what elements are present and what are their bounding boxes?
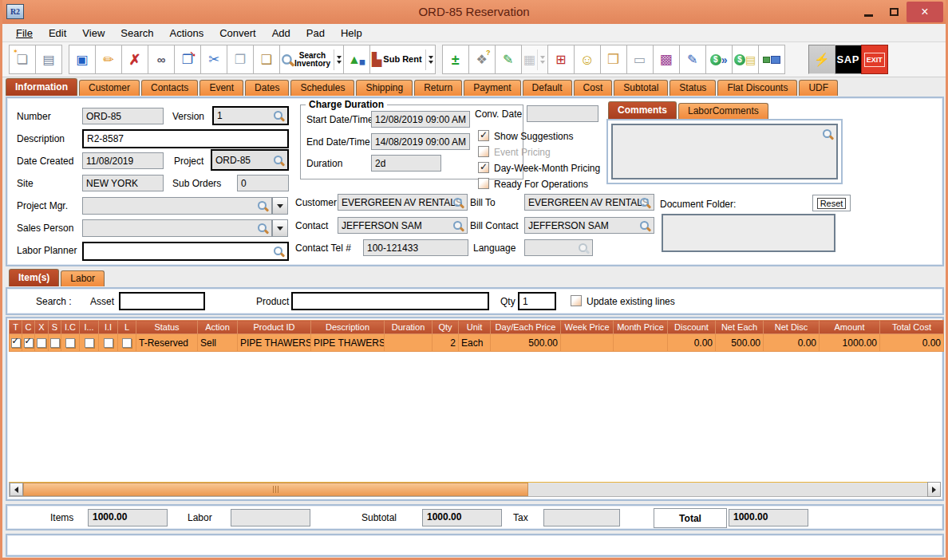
col-c[interactable]: C xyxy=(22,321,35,334)
add-line-button[interactable]: ± xyxy=(442,45,469,74)
grid-row[interactable]: T-Reserved Sell PIPE THAWERS PIPE THAWER… xyxy=(10,334,944,352)
scroll-right-button[interactable] xyxy=(927,482,941,497)
sales-person-field[interactable] xyxy=(82,219,272,237)
project-mgr-dropdown[interactable] xyxy=(272,197,288,215)
tab-items[interactable]: Item(s) xyxy=(9,269,59,286)
tab-event[interactable]: Event xyxy=(199,80,243,96)
tab-udf[interactable]: UDF xyxy=(799,80,838,96)
bill-contact-search-icon[interactable] xyxy=(639,220,650,231)
scroll-left-button[interactable] xyxy=(10,483,23,496)
col-x[interactable]: X xyxy=(35,321,49,334)
paste-button[interactable]: ❑ xyxy=(253,45,280,74)
row-check-l[interactable] xyxy=(122,338,132,348)
col-duration[interactable]: Duration xyxy=(385,321,433,334)
maximize-button[interactable] xyxy=(881,2,907,22)
col-net-each[interactable]: Net Each xyxy=(716,321,764,334)
total-button[interactable]: Total xyxy=(654,508,727,528)
col-unit[interactable]: Unit xyxy=(459,321,491,334)
scrollbar-thumb[interactable] xyxy=(23,483,528,496)
new-order-button[interactable]: ❏✶ xyxy=(9,45,36,74)
col-ii[interactable]: I.I xyxy=(99,321,118,334)
description-field[interactable] xyxy=(82,129,289,148)
comments-search-icon[interactable] xyxy=(822,128,833,140)
document-folder-button[interactable]: ❒ xyxy=(600,45,627,74)
comments-textarea[interactable] xyxy=(611,124,838,179)
version-field[interactable]: 1 xyxy=(212,106,289,125)
bill-contact-field[interactable]: JEFFERSON SAM xyxy=(524,217,654,234)
tab-information[interactable]: Information xyxy=(6,78,77,96)
col-s[interactable]: S xyxy=(49,321,61,334)
delete-button[interactable]: ✗ xyxy=(121,45,148,74)
search-inventory-dropdown[interactable] xyxy=(334,49,342,70)
col-qty[interactable]: Qty xyxy=(433,321,459,334)
project-search-icon[interactable] xyxy=(273,155,284,166)
row-check-x[interactable] xyxy=(37,338,46,348)
labor-planner-field[interactable] xyxy=(82,242,289,261)
col-status[interactable]: Status xyxy=(136,321,198,334)
sales-person-dropdown[interactable] xyxy=(272,219,288,237)
col-net-disc[interactable]: Net Disc xyxy=(764,321,820,334)
exit-button[interactable]: EXIT xyxy=(861,45,888,74)
menu-item-file[interactable]: File xyxy=(8,26,41,41)
col-total-cost[interactable]: Total Cost xyxy=(880,321,944,334)
sap-button[interactable]: SAP xyxy=(835,45,862,74)
sub-rent-dropdown[interactable] xyxy=(425,49,433,70)
copy-button[interactable]: ❐ xyxy=(227,45,254,74)
menu-item-convert[interactable]: Convert xyxy=(211,26,264,41)
cut-button[interactable]: ✂ xyxy=(200,45,227,74)
calendar-button[interactable]: ▦ xyxy=(521,45,548,74)
col-l[interactable]: L xyxy=(118,321,136,334)
delivery-button[interactable] xyxy=(758,45,785,74)
col-t[interactable]: T xyxy=(10,321,22,334)
col-day-each-price[interactable]: Day/Each Price xyxy=(491,321,561,334)
show-suggestions-checkbox[interactable] xyxy=(478,130,489,141)
ready-for-operations-checkbox[interactable] xyxy=(478,178,489,189)
bill-to-search-icon[interactable] xyxy=(639,197,650,208)
sales-person-search-icon[interactable] xyxy=(257,223,268,234)
col-month-price[interactable]: Month Price xyxy=(614,321,668,334)
shortcut-key-button[interactable]: ▭ xyxy=(626,45,654,74)
customer-field[interactable]: EVERGREEN AV RENTALS xyxy=(338,194,468,211)
print-button[interactable]: ▤ xyxy=(35,45,62,74)
col-i-dots[interactable]: I... xyxy=(80,321,99,334)
col-amount[interactable]: Amount xyxy=(820,321,880,334)
customer-service-button[interactable]: ☺ xyxy=(574,45,601,74)
tab-labor-comments[interactable]: LaborComments xyxy=(678,103,768,119)
tab-return[interactable]: Return xyxy=(414,80,462,96)
tab-customer[interactable]: Customer xyxy=(79,80,140,96)
edit-button[interactable]: ✏ xyxy=(95,45,122,74)
kit-button[interactable]: ❖? xyxy=(468,45,496,74)
tab-schedules[interactable]: Schedules xyxy=(290,80,354,96)
col-ic[interactable]: I.C xyxy=(61,321,80,334)
col-product-id[interactable]: Product ID xyxy=(238,321,311,334)
reset-button[interactable]: Reset xyxy=(812,195,851,211)
col-week-price[interactable]: Week Price xyxy=(561,321,614,334)
save-button[interactable]: ▣ xyxy=(69,45,96,74)
billing-button[interactable]: $▤ xyxy=(732,45,759,74)
minimize-button[interactable] xyxy=(855,2,881,22)
project-mgr-field[interactable] xyxy=(82,197,272,215)
row-check-c[interactable] xyxy=(24,338,34,348)
product-input[interactable] xyxy=(291,292,489,310)
calendar-dropdown[interactable] xyxy=(537,49,545,70)
inventory-cubes-button[interactable]: ▩ xyxy=(653,45,680,74)
tab-dates[interactable]: Dates xyxy=(245,80,289,96)
bill-to-field[interactable]: EVERGREEN AV RENTALS xyxy=(524,194,654,211)
menu-item-actions[interactable]: Actions xyxy=(162,26,212,41)
menu-item-view[interactable]: View xyxy=(74,26,113,41)
tab-subtotal[interactable]: Subtotal xyxy=(614,80,668,96)
menu-item-add[interactable]: Add xyxy=(264,26,298,41)
edit-document-button[interactable]: ✎ xyxy=(679,45,706,74)
row-check-ic[interactable] xyxy=(65,338,75,348)
price-update-button[interactable]: $» xyxy=(705,45,733,74)
row-check-i-dots[interactable] xyxy=(85,338,94,348)
contact-field[interactable]: JEFFERSON SAM xyxy=(338,217,468,234)
document-folder-box[interactable] xyxy=(662,214,835,252)
col-description[interactable]: Description xyxy=(311,321,385,334)
col-discount[interactable]: Discount xyxy=(668,321,716,334)
tab-flat-discounts[interactable]: Flat Discounts xyxy=(717,80,797,96)
project-field[interactable]: ORD-85 xyxy=(211,149,289,171)
day-week-month-pricing-checkbox[interactable] xyxy=(478,162,489,173)
qty-input[interactable] xyxy=(518,292,556,310)
tab-labor[interactable]: Labor xyxy=(61,270,105,286)
